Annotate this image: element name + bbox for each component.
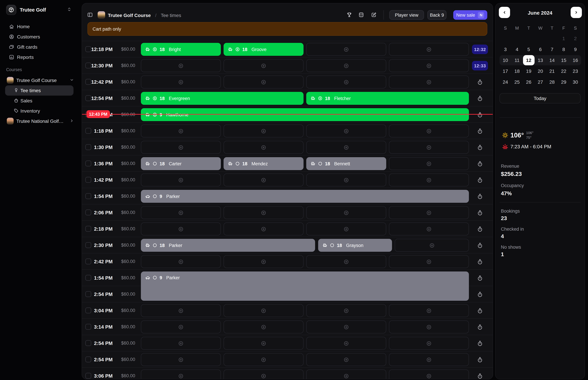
calendar-date[interactable]: 7 [546,44,558,55]
empty-slot-add-button[interactable] [141,304,221,317]
timer-icon[interactable] [477,95,483,102]
empty-slot-add-button[interactable] [306,76,386,88]
empty-slot-add-button[interactable] [224,353,303,366]
empty-slot-add-button[interactable] [224,173,303,187]
booking-chip[interactable]: 18Bennett [306,157,386,170]
empty-slot-add-button[interactable] [141,223,221,235]
timer-icon[interactable] [477,340,483,346]
calendar-date[interactable]: 21 [546,66,558,76]
booking-chip[interactable]: 9Parker [141,190,469,203]
empty-slot-add-button[interactable] [306,59,386,72]
calendar-date[interactable]: 12 [523,55,534,65]
player-view-button[interactable]: Player view [389,10,424,20]
sidebar-item-sales[interactable]: Sales [5,95,74,106]
empty-slot-add-button[interactable] [224,255,303,268]
calendar-prev-button[interactable] [499,7,510,18]
empty-slot-add-button[interactable] [141,173,221,187]
empty-slot-add-button[interactable] [141,76,221,88]
booking-chip[interactable]: $18Evergreen [141,92,303,105]
empty-slot-add-button[interactable] [224,337,303,350]
empty-slot-add-button[interactable] [395,239,469,252]
calendar-date[interactable]: 20 [534,66,546,76]
calendar-date[interactable]: 19 [523,66,534,76]
empty-slot-add-button[interactable] [306,141,386,154]
booking-chip[interactable]: 9Parker [141,271,469,301]
empty-slot-add-button[interactable] [389,141,469,154]
calendar-date[interactable]: 1 [558,33,570,43]
empty-slot-add-button[interactable] [389,304,469,317]
calendar-date[interactable]: 29 [558,77,570,87]
sidebar-course-trutee-golf[interactable]: Trutee Golf Course [4,76,77,85]
timer-icon[interactable] [477,275,483,281]
empty-slot-add-button[interactable] [141,206,221,219]
timer-icon[interactable] [477,291,483,298]
collapse-sidebar-icon[interactable] [87,12,93,19]
calendar-date[interactable]: 14 [546,55,558,65]
empty-slot-add-button[interactable] [389,321,469,333]
empty-slot-add-button[interactable] [389,43,469,56]
booking-chip[interactable]: 18Mendez [224,157,303,170]
empty-slot-add-button[interactable] [306,206,386,219]
empty-slot-add-button[interactable] [224,304,303,317]
sidebar-item-customers[interactable]: Customers [0,32,82,42]
empty-slot-add-button[interactable] [306,337,386,350]
empty-slot-add-button[interactable] [389,255,469,268]
empty-slot-add-button[interactable] [141,353,221,366]
booking-chip[interactable]: $18Groove [224,43,303,56]
back-9-button[interactable]: Back 9 [427,10,446,20]
calendar-date[interactable]: 16 [569,55,581,65]
calendar-date[interactable]: 18 [511,66,523,76]
calendar-date[interactable]: 3 [499,44,511,55]
booking-chip[interactable]: $9Hawthorne [141,108,469,121]
empty-slot-add-button[interactable] [306,255,386,268]
booking-chip[interactable]: 18Carter [141,157,221,170]
calendar-date[interactable]: 28 [546,77,558,87]
timer-icon[interactable] [477,79,483,85]
empty-slot-add-button[interactable] [389,76,469,88]
empty-slot-add-button[interactable] [141,141,221,154]
calendar-date[interactable]: 2 [569,33,581,43]
calendar-date[interactable]: 26 [523,77,534,87]
empty-slot-add-button[interactable] [224,206,303,219]
calendar-date[interactable]: 5 [523,44,534,55]
empty-slot-add-button[interactable] [141,255,221,268]
empty-slot-add-button[interactable] [141,369,221,379]
sidebar-item-home[interactable]: Home [0,21,82,32]
timer-icon[interactable] [477,144,483,151]
breadcrumb-course[interactable]: Trutee Golf Course [108,13,151,18]
sidebar-course-trutee-national[interactable]: Trutee National Golf… [4,116,77,126]
tournaments-icon[interactable] [346,12,352,19]
timer-icon[interactable] [477,259,483,265]
calendar-date[interactable]: 30 [569,77,581,87]
empty-slot-add-button[interactable] [306,223,386,235]
calendar-date[interactable]: 25 [511,77,523,87]
calendar-date[interactable]: 4 [511,44,523,55]
booking-chip[interactable]: $18Bright [141,43,221,56]
empty-slot-add-button[interactable] [306,173,386,187]
empty-slot-add-button[interactable] [389,353,469,366]
calendar-date[interactable]: 27 [534,77,546,87]
booking-chip[interactable]: 18Parker [141,239,315,252]
empty-slot-add-button[interactable] [389,125,469,137]
pace-time-pill[interactable]: 12:32 [472,45,488,54]
calendar-date[interactable]: 8 [558,44,570,55]
empty-slot-add-button[interactable] [224,59,303,72]
empty-slot-add-button[interactable] [141,321,221,333]
empty-slot-add-button[interactable] [306,353,386,366]
empty-slot-add-button[interactable] [141,337,221,350]
timer-icon[interactable] [477,193,483,200]
empty-slot-add-button[interactable] [306,369,386,379]
calendar-date[interactable]: 22 [558,66,570,76]
calendar-date[interactable]: 23 [569,66,581,76]
calendar-date[interactable]: 6 [534,44,546,55]
empty-slot-add-button[interactable] [224,369,303,379]
timer-icon[interactable] [477,307,483,314]
today-button[interactable]: Today [499,93,581,103]
calendar-date[interactable]: 10 [499,55,511,65]
timer-icon[interactable] [477,242,483,248]
sidebar-item-tee-times[interactable]: Tee times [5,85,74,95]
timer-icon[interactable] [477,177,483,183]
timer-icon[interactable] [477,209,483,216]
empty-slot-add-button[interactable] [224,125,303,137]
timer-icon[interactable] [477,324,483,330]
